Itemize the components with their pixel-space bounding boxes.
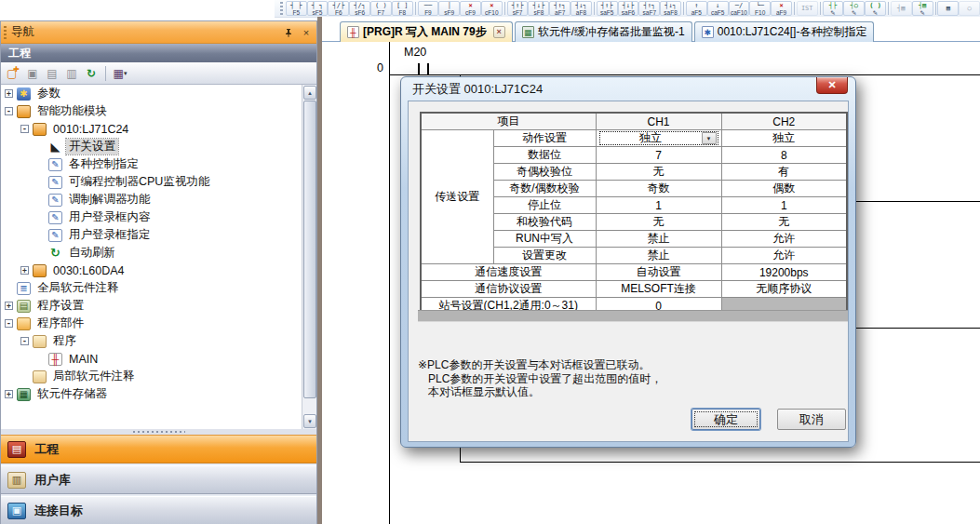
tree-item-user-frame-content[interactable]: 用户登录框内容 <box>1 208 316 226</box>
expand-toggle-icon[interactable]: + <box>5 89 13 98</box>
falling-pulse-close-button[interactable]: ┤↓├saF6 <box>618 1 639 16</box>
ok-button[interactable]: 确定 <box>691 409 760 430</box>
ladder-icon <box>48 353 62 366</box>
edit-coil-button[interactable]: ┤○✎ <box>843 1 865 16</box>
nav-button-connection[interactable]: ▣ 连接目标 <box>1 496 316 524</box>
tree-item-switch-setting[interactable]: 开关设置 <box>1 138 316 155</box>
operation-setting-combobox[interactable]: 独立 ▼ <box>599 131 718 145</box>
ch2-cell[interactable]: 有 <box>721 164 847 181</box>
coil-button[interactable]: ( )F7 <box>370 1 392 16</box>
pulse-conversion-button[interactable]: ↑aF5 <box>686 1 707 16</box>
nav-button-user-library[interactable]: ▥ 用户库 <box>1 465 316 494</box>
expand-toggle-icon[interactable]: - <box>20 125 29 133</box>
edit-instruction-button[interactable]: ( )✎ <box>865 1 886 16</box>
tree-scrollbar[interactable]: ▲ ▼ <box>302 85 316 429</box>
application-instruction-button[interactable]: [ ]F8 <box>392 1 413 16</box>
tree-item-modem-function[interactable]: 调制解调器功能 <box>1 191 316 208</box>
tree-item-global-device-comment[interactable]: 全局软元件注释 <box>1 279 316 297</box>
scroll-down-icon[interactable]: ▼ <box>303 414 316 428</box>
expand-toggle-icon[interactable]: - <box>20 337 29 345</box>
dialog-close-button[interactable]: ✕ <box>816 77 848 94</box>
vertical-line-button[interactable]: │sF9 <box>438 1 460 16</box>
ch1-cell[interactable]: 自动设置 <box>596 264 721 281</box>
delete-vertical-line-button[interactable]: ×cF10 <box>481 1 503 16</box>
tree-item-program-setting[interactable]: +程序设置 <box>1 297 316 315</box>
edit-contact-button[interactable]: ┤├✎ <box>823 1 844 16</box>
tab-main-program[interactable]: ╫ [PRG]R 写入 MAIN 79步 × <box>340 21 513 42</box>
expand-toggle-icon[interactable]: + <box>20 266 29 275</box>
delete-horizontal-line-button[interactable]: ×cF9 <box>460 1 481 16</box>
close-contact-button[interactable]: ┤/├F6 <box>328 1 349 16</box>
ch1-cell[interactable]: 奇数 <box>596 181 721 197</box>
ch1-cell[interactable]: 禁止 <box>596 231 721 248</box>
delete-line-button[interactable]: ×aF9 <box>771 1 792 16</box>
ch1-cell[interactable]: 无 <box>596 164 721 181</box>
tree-item-intelligent-function-module[interactable]: -智能功能模块 <box>1 102 316 120</box>
close-contact-branch-button[interactable]: ┤/┐sF6 <box>349 1 370 16</box>
open-contact-button[interactable]: ┤ ├F5 <box>286 1 307 16</box>
falling-pulse-button[interactable]: ┤↓├sF8 <box>528 1 549 16</box>
scroll-up-icon[interactable]: ▲ <box>303 86 316 100</box>
tree-item-module-0030-l60da4[interactable]: +0030:L60DA4 <box>1 262 316 279</box>
ch2-cell[interactable]: 偶数 <box>721 181 847 197</box>
tool-symbol: ┤↑├ <box>601 2 613 9</box>
tree-item-local-device-comment[interactable]: 局部软元件注释 <box>1 368 316 385</box>
tree-item-main-program[interactable]: MAIN <box>1 350 316 368</box>
close-panel-icon[interactable]: × <box>299 25 314 40</box>
cancel-button[interactable]: 取消 <box>777 409 846 430</box>
refresh-icon[interactable]: ↻ <box>83 65 100 82</box>
line-branch-button[interactable]: └─F10 <box>749 1 771 16</box>
rising-pulse-button[interactable]: ┤↑├sF7 <box>507 1 529 16</box>
tree-item-auto-refresh[interactable]: 自动刷新 <box>1 244 316 262</box>
rising-pulse-branch-button[interactable]: ┤↑┐aF7 <box>549 1 571 16</box>
falling-pulse-branch-button[interactable]: ┤↓┐aF8 <box>571 1 592 16</box>
rising-pulse-close-branch-button[interactable]: ┤↑┐saF7 <box>638 1 660 16</box>
expand-toggle-icon[interactable]: - <box>5 319 13 328</box>
ch1-cell[interactable]: 7 <box>596 147 721 164</box>
ch1-cell[interactable]: 禁止 <box>596 248 721 264</box>
inline-edit-button[interactable]: ┤▤✎ <box>912 1 933 16</box>
ch2-cell[interactable]: 允许 <box>721 248 847 264</box>
statement-list-button[interactable]: ▤ <box>937 1 959 16</box>
sort-display-icon[interactable]: ▦▾ <box>112 65 128 82</box>
tree-item-label: 全局软元件注释 <box>34 280 122 296</box>
close-tab-icon[interactable]: × <box>493 26 505 38</box>
dialog-title: 开关设置 0010:LJ71C24 <box>412 81 543 98</box>
ch2-cell[interactable]: 无 <box>721 214 847 231</box>
nav-button-project[interactable]: ▤ 工程 <box>1 435 316 464</box>
ch1-cell[interactable]: 无 <box>596 214 721 231</box>
open-contact-branch-button[interactable]: ┤ ┐sF5 <box>307 1 329 16</box>
tool-symbol: ┤↑┐ <box>554 2 566 9</box>
tree-item-label: 调制解调器功能 <box>66 192 154 208</box>
ch2-cell[interactable]: 19200bps <box>721 264 847 281</box>
tree-item-parameter[interactable]: +参数 <box>1 85 316 102</box>
horizontal-line-button[interactable]: ──F9 <box>418 1 439 16</box>
ch2-cell[interactable]: 独立 <box>721 130 847 147</box>
new-data-icon[interactable]: ▢✚ <box>5 65 21 82</box>
ch2-cell[interactable]: 8 <box>721 147 847 164</box>
pulse-conversion-down-button[interactable]: ↓caF5 <box>707 1 729 16</box>
scrollbar-thumb[interactable] <box>303 101 316 398</box>
tree-item-device-memory[interactable]: +软元件存储器 <box>1 385 316 403</box>
expand-toggle-icon[interactable]: - <box>5 107 13 115</box>
expand-toggle-icon[interactable]: + <box>5 302 13 310</box>
tree-item-program-parts[interactable]: -程序部件 <box>1 315 316 332</box>
tree-item-plc-cpu-monitoring-function[interactable]: 可编程控制器CPU监视功能 <box>1 173 316 191</box>
tree-item-user-frame-specification[interactable]: 用户登录框指定 <box>1 226 316 244</box>
rising-pulse-close-button[interactable]: ┤↑├saF5 <box>597 1 618 16</box>
expand-toggle-icon[interactable]: + <box>5 390 13 398</box>
invert-operation-button[interactable]: ─/caF10 <box>729 1 750 16</box>
pin-icon[interactable] <box>281 25 296 40</box>
tree-item-various-control-specification[interactable]: 各种控制指定 <box>1 155 316 173</box>
ch1-cell[interactable]: MELSOFT连接 <box>596 281 721 298</box>
tree-item-module-0010-lj71c24[interactable]: -0010:LJ71C24 <box>1 120 316 138</box>
tree-item-program[interactable]: -程序 <box>1 332 316 350</box>
ch2-cell[interactable]: 1 <box>721 197 847 214</box>
ch2-cell[interactable]: 允许 <box>721 231 847 248</box>
falling-pulse-close-branch-button[interactable]: ┤↓┐saF8 <box>660 1 681 16</box>
combobox-dropdown-icon[interactable]: ▼ <box>702 132 717 144</box>
ch1-cell[interactable]: 1 <box>596 197 721 214</box>
tab-batch-monitor[interactable]: ▦ 软元件/缓冲存储器批量监视-1 <box>515 21 692 42</box>
tab-control-specification[interactable]: ✱ 0010:LJ71C24[]-各种控制指定 <box>694 21 875 42</box>
ch2-cell[interactable]: 无顺序协议 <box>721 281 847 298</box>
